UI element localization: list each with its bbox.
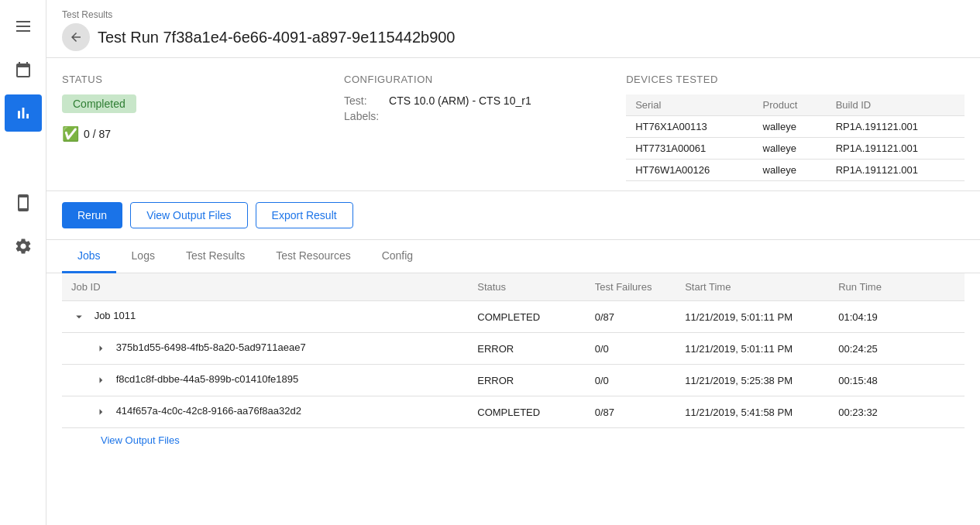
devices-table: Serial Product Build ID HT76X1A00113 wal… bbox=[626, 94, 965, 181]
job-start-time-cell: 11/21/2019, 5:25:38 PM bbox=[676, 365, 829, 396]
devices-col-build: Build ID bbox=[827, 94, 965, 116]
config-labels-key: Labels: bbox=[344, 110, 383, 122]
config-test-val: CTS 10.0 (ARM) - CTS 10_r1 bbox=[389, 94, 531, 107]
svg-rect-1 bbox=[16, 26, 30, 27]
sidebar-item-list[interactable] bbox=[5, 8, 42, 45]
devices-col: Devices Tested Serial Product Build ID H… bbox=[626, 74, 965, 181]
job-id-cell: 375b1d55-6498-4fb5-8a20-5ad9711aeae7 bbox=[62, 333, 468, 365]
expand-icon[interactable] bbox=[93, 341, 108, 356]
device-serial: HT7731A00061 bbox=[626, 138, 753, 160]
device-serial: HT76X1A00113 bbox=[626, 116, 753, 138]
job-id-value: f8cd1c8f-dbbe-44a5-899b-c01410fe1895 bbox=[116, 373, 299, 385]
jobs-col-id: Job ID bbox=[62, 273, 468, 301]
pass-count-value: 0 / 87 bbox=[84, 128, 111, 140]
job-status-cell: ERROR bbox=[468, 333, 585, 365]
job-run-time-cell: 01:04:19 bbox=[829, 301, 965, 333]
job-id-value: 375b1d55-6498-4fb5-8a20-5ad9711aeae7 bbox=[116, 341, 306, 353]
config-label: Configuration bbox=[344, 74, 626, 85]
device-row: HT7731A00061 walleye RP1A.191121.001 bbox=[626, 138, 965, 160]
job-run-time-cell: 00:23:32 bbox=[829, 396, 965, 428]
info-section: Status Completed ✅ 0 / 87 Configuration … bbox=[46, 58, 980, 191]
device-build-id: RP1A.191121.001 bbox=[827, 160, 965, 181]
expand-icon[interactable] bbox=[93, 404, 108, 420]
breadcrumb: Test Results bbox=[62, 9, 965, 20]
job-row-child: 375b1d55-6498-4fb5-8a20-5ad9711aeae7 ERR… bbox=[62, 333, 965, 365]
svg-rect-0 bbox=[16, 21, 30, 22]
job-failures-cell: 0/0 bbox=[586, 365, 676, 396]
devices-col-serial: Serial bbox=[626, 94, 753, 116]
job-id-cell: Job 1011 bbox=[62, 301, 468, 333]
jobs-table-wrapper: Job ID Status Test Failures Start Time R… bbox=[46, 273, 980, 525]
job-id-cell: 414f657a-4c0c-42c8-9166-aa76f8aa32d2 bbox=[62, 396, 468, 428]
tab-test-resources[interactable]: Test Resources bbox=[260, 240, 366, 273]
job-status-cell: ERROR bbox=[468, 365, 585, 396]
device-serial: HT76W1A00126 bbox=[626, 160, 753, 181]
status-badge: Completed bbox=[62, 94, 136, 113]
jobs-col-status: Status bbox=[468, 273, 585, 301]
job-start-time-cell: 11/21/2019, 5:01:11 PM bbox=[676, 301, 829, 333]
job-id-value: Job 1011 bbox=[95, 310, 136, 321]
main-content: Test Results Test Run 7f38a1e4-6e66-4091… bbox=[46, 0, 980, 525]
sidebar-item-phone[interactable] bbox=[5, 184, 42, 221]
device-build-id: RP1A.191121.001 bbox=[827, 116, 965, 138]
job-start-time-cell: 11/21/2019, 5:41:58 PM bbox=[676, 396, 829, 428]
back-button[interactable] bbox=[62, 23, 90, 51]
job-failures-cell: 0/0 bbox=[586, 333, 676, 365]
tab-jobs[interactable]: Jobs bbox=[62, 240, 116, 273]
pass-count: ✅ 0 / 87 bbox=[62, 125, 344, 142]
rerun-button[interactable]: Rerun bbox=[62, 202, 122, 228]
view-output-files-link[interactable]: View Output Files bbox=[62, 428, 965, 452]
device-row: HT76W1A00126 walleye RP1A.191121.001 bbox=[626, 160, 965, 181]
device-build-id: RP1A.191121.001 bbox=[827, 138, 965, 160]
config-col: Configuration Test: CTS 10.0 (ARM) - CTS… bbox=[344, 74, 626, 181]
job-failures-cell: 0/87 bbox=[586, 396, 676, 428]
export-result-button[interactable]: Export Result bbox=[256, 202, 353, 228]
job-status-cell: COMPLETED bbox=[468, 396, 585, 428]
status-label: Status bbox=[62, 74, 344, 85]
check-circle-icon: ✅ bbox=[62, 125, 79, 142]
collapse-icon[interactable] bbox=[71, 309, 87, 324]
config-test-row: Test: CTS 10.0 (ARM) - CTS 10_r1 bbox=[344, 94, 626, 107]
sidebar-item-calendar[interactable] bbox=[5, 51, 42, 88]
config-labels-row: Labels: bbox=[344, 110, 626, 122]
jobs-col-run: Run Time bbox=[829, 273, 965, 301]
device-product: walleye bbox=[754, 116, 827, 138]
job-row-child: 414f657a-4c0c-42c8-9166-aa76f8aa32d2 COM… bbox=[62, 396, 965, 428]
device-row: HT76X1A00113 walleye RP1A.191121.001 bbox=[626, 116, 965, 138]
svg-rect-2 bbox=[16, 30, 30, 32]
sidebar bbox=[0, 0, 46, 525]
action-buttons: Rerun View Output Files Export Result bbox=[46, 191, 980, 240]
devices-col-product: Product bbox=[754, 94, 827, 116]
jobs-table: Job ID Status Test Failures Start Time R… bbox=[62, 273, 965, 428]
view-output-button[interactable]: View Output Files bbox=[130, 202, 247, 228]
page-title: Test Run 7f38a1e4-6e66-4091-a897-9e11544… bbox=[98, 29, 456, 46]
status-col: Status Completed ✅ 0 / 87 bbox=[62, 74, 344, 181]
job-run-time-cell: 00:24:25 bbox=[829, 333, 965, 365]
job-start-time-cell: 11/21/2019, 5:01:11 PM bbox=[676, 333, 829, 365]
jobs-col-failures: Test Failures bbox=[586, 273, 676, 301]
job-run-time-cell: 00:15:48 bbox=[829, 365, 965, 396]
sidebar-item-settings[interactable] bbox=[5, 228, 42, 265]
device-product: walleye bbox=[754, 160, 827, 181]
tab-logs[interactable]: Logs bbox=[116, 240, 170, 273]
sidebar-item-chart[interactable] bbox=[5, 94, 42, 132]
jobs-col-start: Start Time bbox=[676, 273, 829, 301]
config-test-key: Test: bbox=[344, 94, 383, 107]
tabs: Jobs Logs Test Results Test Resources Co… bbox=[46, 240, 980, 273]
job-failures-cell: 0/87 bbox=[586, 301, 676, 333]
header: Test Results Test Run 7f38a1e4-6e66-4091… bbox=[46, 0, 980, 58]
devices-label: Devices Tested bbox=[626, 74, 965, 85]
job-row-parent: Job 1011 COMPLETED 0/87 11/21/2019, 5:01… bbox=[62, 301, 965, 333]
device-product: walleye bbox=[754, 138, 827, 160]
job-id-cell: f8cd1c8f-dbbe-44a5-899b-c01410fe1895 bbox=[62, 365, 468, 396]
expand-icon[interactable] bbox=[93, 372, 108, 388]
tab-config[interactable]: Config bbox=[366, 240, 428, 273]
job-status-cell: COMPLETED bbox=[468, 301, 585, 333]
job-id-value: 414f657a-4c0c-42c8-9166-aa76f8aa32d2 bbox=[116, 405, 301, 417]
tab-test-results[interactable]: Test Results bbox=[170, 240, 260, 273]
job-row-child: f8cd1c8f-dbbe-44a5-899b-c01410fe1895 ERR… bbox=[62, 365, 965, 396]
